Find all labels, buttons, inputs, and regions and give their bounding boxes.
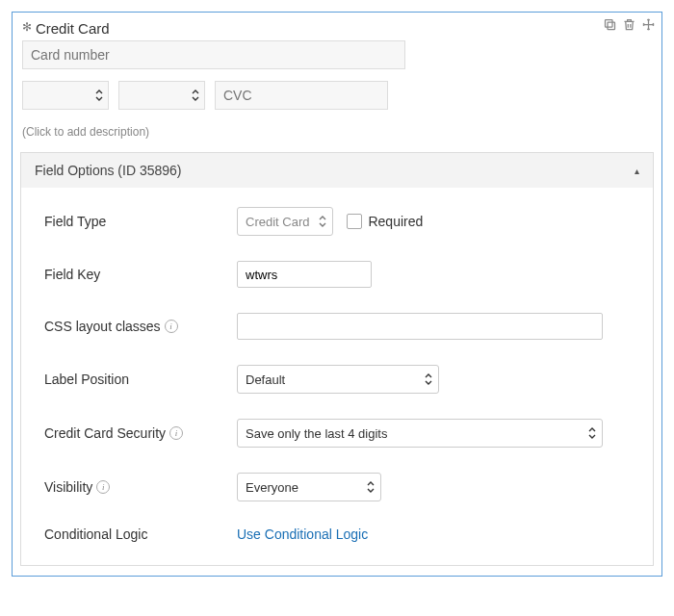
required-checkbox-wrap[interactable]: Required [347,214,423,229]
field-type-select[interactable]: Credit Card [237,207,333,236]
delete-icon[interactable] [621,16,636,32]
svg-rect-1 [605,19,612,27]
cvc-input[interactable] [215,81,388,110]
conditional-logic-link[interactable]: Use Conditional Logic [237,526,368,542]
visibility-select[interactable]: Everyone [237,473,381,501]
exp-year-select[interactable] [118,81,205,110]
field-action-icons [602,16,656,32]
cc-security-select[interactable]: Save only the last 4 digits [237,419,603,448]
chevron-updown-icon [319,216,326,227]
info-icon[interactable]: i [169,426,183,440]
chevron-updown-icon [367,481,375,493]
visibility-label: Visibility i [44,479,237,495]
label-position-select[interactable]: Default [237,365,439,394]
field-preview [13,40,661,125]
css-classes-label: CSS layout classes i [44,319,237,334]
field-editor-container: ✻ Credit Card [12,12,662,577]
cc-security-label: Credit Card Security i [44,425,237,441]
field-options-toggle[interactable]: Field Options (ID 35896) ▴ [21,153,653,188]
chevron-updown-icon [588,427,596,439]
field-key-label: Field Key [44,267,237,282]
exp-month-select[interactable] [22,81,109,110]
required-checkbox[interactable] [347,214,362,229]
card-number-input[interactable] [22,40,405,69]
field-key-input[interactable] [237,261,372,288]
required-asterisk: ✻ [22,20,32,34]
field-options-panel: Field Options (ID 35896) ▴ Field Type Cr… [20,152,654,566]
css-classes-input[interactable] [237,313,603,340]
add-description-link[interactable]: (Click to add description) [13,125,661,152]
chevron-up-icon: ▴ [635,166,639,176]
field-title: Credit Card [36,20,110,37]
info-icon[interactable]: i [96,480,110,494]
field-type-label: Field Type [44,214,237,229]
field-options-body: Field Type Credit Card Required [21,188,653,565]
conditional-logic-label: Conditional Logic [44,526,237,542]
required-checkbox-label: Required [368,214,423,229]
duplicate-icon[interactable] [602,16,617,32]
info-icon[interactable]: i [165,320,178,333]
svg-rect-0 [608,22,615,30]
field-options-title: Field Options (ID 35896) [35,163,182,178]
move-icon[interactable] [640,16,656,32]
field-header: ✻ Credit Card [13,13,661,40]
label-position-label: Label Position [44,372,237,387]
chevron-updown-icon [425,373,432,385]
